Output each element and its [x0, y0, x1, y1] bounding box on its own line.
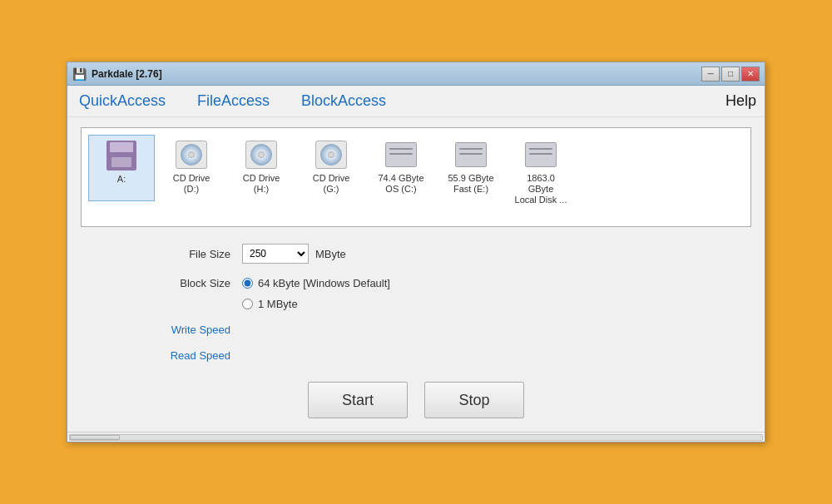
minimize-button[interactable]: ─ [701, 67, 720, 82]
window-title: Parkdale [2.76] [92, 68, 162, 80]
drive-a[interactable]: A: [88, 135, 155, 201]
tab-block-access[interactable]: BlockAccess [298, 91, 389, 111]
drive-e[interactable]: 55.9 GByteFast (E:) [438, 135, 504, 201]
horizontal-scrollbar[interactable] [67, 432, 765, 442]
cd-h-icon [245, 140, 278, 170]
block-1m-radio[interactable] [242, 299, 253, 309]
drive-local[interactable]: 1863.0 GByteLocal Disk ... [508, 135, 574, 211]
scrollbar-thumb[interactable] [70, 435, 120, 440]
start-button[interactable]: Start [308, 382, 408, 418]
close-button[interactable]: ✕ [741, 67, 760, 82]
drive-a-label: A: [117, 174, 126, 185]
block-size-label: Block Size [147, 277, 230, 289]
title-controls: ─ □ ✕ [701, 67, 760, 82]
title-bar: 💾 Parkdale [2.76] ─ □ ✕ [67, 62, 765, 86]
block-64k-label: 64 kByte [Windows Default] [258, 277, 390, 289]
cd-d-icon [175, 140, 208, 170]
app-icon: 💾 [72, 67, 87, 81]
drive-h-label: CD Drive (H:) [235, 173, 288, 195]
drive-local-label: 1863.0 GByteLocal Disk ... [514, 173, 567, 206]
content-area: A: CD Drive (D:) CD Drive (H:) [67, 117, 765, 432]
title-bar-left: 💾 Parkdale [2.76] [72, 67, 162, 81]
drive-d-label: CD Drive (D:) [165, 173, 218, 195]
file-size-unit: MByte [315, 248, 346, 260]
read-speed-label: Read Speed [147, 349, 230, 362]
file-size-row: File Size 10 50 100 250 500 1000 MByte [147, 244, 685, 264]
write-speed-row: Write Speed [147, 324, 685, 336]
file-size-label: File Size [147, 248, 230, 260]
block-64k-option[interactable]: 64 kByte [Windows Default] [242, 277, 390, 289]
hdd-e-icon [454, 140, 488, 170]
floppy-icon [105, 141, 138, 170]
tab-file-access[interactable]: FileAccess [194, 91, 273, 111]
buttons-row: Start Stop [81, 382, 751, 418]
hdd-local-icon [524, 140, 557, 170]
main-window: 💾 Parkdale [2.76] ─ □ ✕ QuickAccess File… [67, 62, 765, 442]
drive-g-label: CD Drive (G:) [305, 173, 358, 195]
hdd-c-icon [384, 140, 418, 170]
drive-d[interactable]: CD Drive (D:) [158, 135, 225, 201]
form-section: File Size 10 50 100 250 500 1000 MByte B… [81, 244, 751, 362]
block-size-options: 64 kByte [Windows Default] 1 MByte [242, 277, 390, 310]
block-size-row: Block Size 64 kByte [Windows Default] 1 … [147, 277, 685, 310]
write-speed-label: Write Speed [147, 324, 230, 336]
help-menu[interactable]: Help [726, 92, 756, 110]
block-64k-radio[interactable] [242, 278, 253, 289]
read-speed-row: Read Speed [147, 349, 685, 362]
drives-panel: A: CD Drive (D:) CD Drive (H:) [81, 127, 751, 227]
drive-c[interactable]: 74.4 GByteOS (C:) [368, 135, 434, 201]
tab-quick-access[interactable]: QuickAccess [76, 91, 169, 111]
block-1m-option[interactable]: 1 MByte [242, 298, 390, 310]
file-size-select[interactable]: 10 50 100 250 500 1000 [242, 244, 309, 264]
drive-c-label: 74.4 GByteOS (C:) [378, 173, 423, 195]
block-1m-label: 1 MByte [258, 298, 298, 310]
drive-g[interactable]: CD Drive (G:) [298, 135, 364, 201]
stop-button[interactable]: Stop [424, 382, 524, 418]
menu-tabs: QuickAccess FileAccess BlockAccess [76, 91, 389, 111]
cd-g-icon [314, 140, 348, 170]
menu-bar: QuickAccess FileAccess BlockAccess Help [67, 86, 765, 117]
scrollbar-track [69, 434, 763, 441]
drive-h[interactable]: CD Drive (H:) [228, 135, 295, 201]
maximize-button[interactable]: □ [721, 67, 740, 82]
drive-e-label: 55.9 GByteFast (E:) [448, 173, 493, 195]
